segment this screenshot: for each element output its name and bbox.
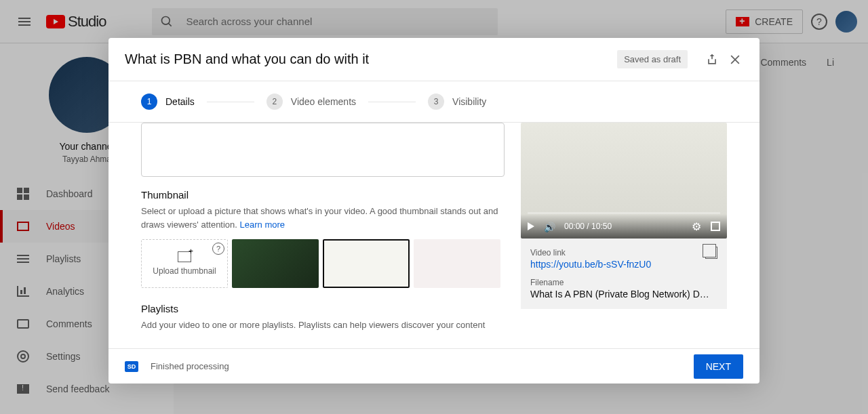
svg-line-1 — [169, 23, 172, 26]
user-avatar[interactable] — [835, 11, 857, 33]
close-button[interactable] — [727, 51, 743, 68]
step-details[interactable]: 1 Details — [141, 94, 195, 110]
search-input[interactable] — [186, 16, 490, 27]
modal-title: What is PBN and what you can do with it — [125, 51, 617, 67]
upload-thumbnail-button[interactable]: ? Upload thumbnail — [141, 239, 228, 288]
create-label: CREATE — [755, 16, 793, 27]
playlists-title: Playlists — [141, 303, 505, 314]
youtube-icon — [46, 15, 65, 28]
info-icon[interactable]: ? — [212, 243, 224, 255]
thumbnail-option-2[interactable] — [323, 239, 410, 288]
dashboard-icon — [16, 187, 30, 201]
modal-header: What is PBN and what you can do with it … — [108, 38, 760, 81]
search-icon — [160, 15, 174, 28]
copy-link-button[interactable] — [705, 247, 717, 259]
thumbnail-title: Thumbnail — [141, 189, 505, 201]
next-button[interactable]: NEXT — [694, 354, 743, 379]
playlists-icon — [16, 252, 30, 266]
video-link[interactable]: https://youtu.be/b-sSV-fnzU0 — [530, 259, 717, 270]
settings-icon — [16, 350, 30, 363]
logo-text: Studio — [68, 13, 106, 30]
bg-tab-comments[interactable]: Comments — [760, 57, 806, 68]
hamburger-icon — [18, 18, 31, 26]
description-input[interactable] — [141, 123, 505, 177]
stepper: 1 Details 2 Video elements 3 Visibility — [108, 81, 760, 122]
create-button[interactable]: CREATE — [726, 9, 803, 34]
create-icon — [736, 17, 749, 26]
image-add-icon — [178, 251, 191, 262]
logo[interactable]: Studio — [46, 13, 106, 30]
thumbnail-desc: Select or upload a picture that shows wh… — [141, 205, 505, 231]
processing-badge: SD — [125, 361, 138, 372]
step-visibility[interactable]: 3 Visibility — [428, 94, 486, 110]
settings-icon[interactable] — [692, 220, 701, 233]
feedback-icon — [16, 382, 30, 396]
feedback-icon[interactable] — [704, 51, 720, 68]
menu-button[interactable] — [11, 8, 38, 35]
app-header: Studio CREATE ? — [0, 0, 868, 43]
fullscreen-button[interactable] — [711, 222, 720, 231]
thumbnail-option-1[interactable] — [232, 239, 319, 288]
volume-button[interactable] — [544, 222, 555, 231]
play-button[interactable] — [528, 222, 534, 230]
help-icon[interactable]: ? — [811, 14, 827, 30]
step-video-elements[interactable]: 2 Video elements — [267, 94, 356, 110]
preview-time: 00:00 / 10:50 — [564, 222, 682, 231]
playlists-desc: Add your video to one or more playlists.… — [141, 318, 505, 332]
svg-point-0 — [162, 16, 170, 24]
bg-tab-likes[interactable]: Li — [827, 57, 834, 68]
comments-icon — [16, 317, 30, 331]
learn-more-link[interactable]: Learn more — [240, 220, 285, 230]
video-link-label: Video link — [530, 248, 717, 257]
analytics-icon — [16, 285, 30, 298]
filename-value: What Is A PBN (Private Blog Network) D… — [530, 289, 717, 299]
filename-label: Filename — [530, 278, 717, 287]
videos-icon — [16, 220, 30, 233]
thumbnail-option-3[interactable] — [414, 239, 500, 288]
upload-modal: What is PBN and what you can do with it … — [108, 38, 760, 384]
video-preview[interactable]: 00:00 / 10:50 — [521, 123, 727, 239]
saved-badge: Saved as draft — [617, 50, 688, 68]
processing-status: Finished processing — [151, 361, 229, 371]
search-box[interactable] — [152, 8, 498, 35]
modal-footer: SD Finished processing NEXT — [108, 348, 760, 384]
